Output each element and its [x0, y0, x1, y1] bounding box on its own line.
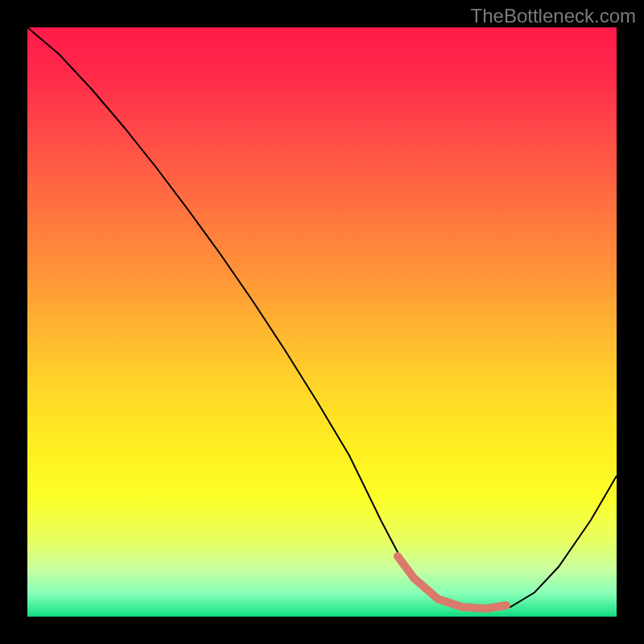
optimal-range-highlight: [398, 556, 506, 609]
chart-plot-area: [27, 27, 617, 617]
watermark-text: TheBottleneck.com: [471, 5, 636, 27]
chart-svg: [27, 27, 617, 617]
bottleneck-curve: [27, 27, 617, 610]
